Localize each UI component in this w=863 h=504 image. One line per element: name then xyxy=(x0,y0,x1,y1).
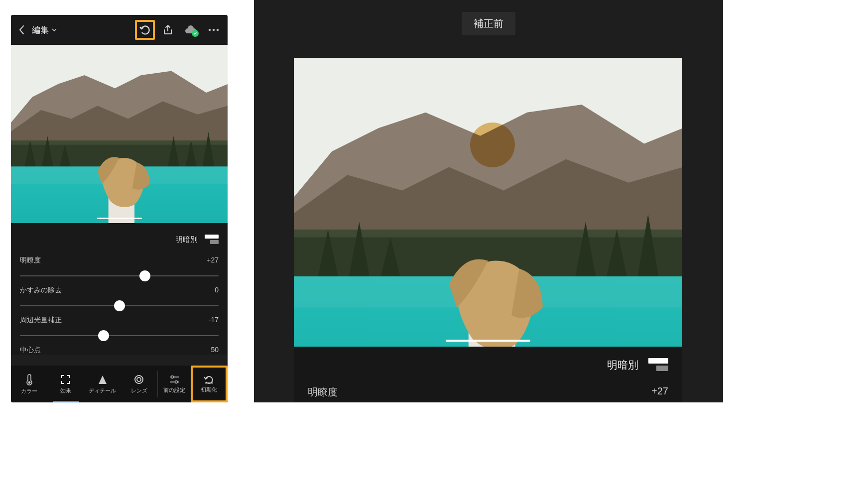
midpoint-value: 50 xyxy=(211,346,219,355)
triangle-icon xyxy=(98,374,108,385)
clarity-slider-row: 明瞭度 +27 xyxy=(20,256,219,282)
tab-color[interactable]: カラー xyxy=(11,366,47,402)
dehaze-slider-row: かすみの除去 0 xyxy=(20,286,219,312)
timeline-indicator xyxy=(446,340,530,342)
fullscreen-icon xyxy=(60,374,71,385)
photo-preview[interactable] xyxy=(11,45,228,223)
tab-effect[interactable]: 効果 xyxy=(47,366,84,402)
svg-point-19 xyxy=(213,29,215,31)
vignette-slider[interactable] xyxy=(20,330,219,342)
svg-point-23 xyxy=(137,378,141,381)
vignette-value: -17 xyxy=(209,316,219,325)
svg-point-25 xyxy=(175,380,177,383)
reset-icon xyxy=(203,375,215,384)
thermometer-icon xyxy=(24,374,34,385)
share-button[interactable] xyxy=(158,20,178,40)
svg-point-20 xyxy=(217,29,219,31)
split-tone-toggle-row: 明暗別 xyxy=(308,354,668,377)
mode-dropdown[interactable]: 編集 xyxy=(32,24,57,36)
effects-controls: 明暗別 明瞭度 +27 かすみの除去 0 xyxy=(11,223,228,355)
dehaze-value: 0 xyxy=(215,286,219,295)
clarity-slider[interactable] xyxy=(20,270,219,282)
tab-previous[interactable]: 前の設定 xyxy=(158,366,191,402)
clarity-value: +27 xyxy=(207,256,219,265)
before-controls: 明暗別 明瞭度 +27 xyxy=(294,347,682,402)
chevron-down-icon xyxy=(52,28,57,31)
dehaze-label: かすみの除去 xyxy=(20,286,62,295)
before-label-pill: 補正前 xyxy=(462,12,515,35)
undo-button[interactable] xyxy=(135,20,155,40)
cloud-sync-button[interactable] xyxy=(181,20,201,40)
cloud-check-badge xyxy=(192,30,199,37)
dehaze-slider[interactable] xyxy=(20,300,219,312)
split-tone-label: 明暗別 xyxy=(607,358,638,372)
split-tone-toggle-row: 明暗別 xyxy=(20,230,219,249)
touch-indicator xyxy=(470,123,515,167)
svg-point-18 xyxy=(209,29,211,31)
bottom-tab-bar: カラー 効果 ディテール レンズ 前の設定 初期化 xyxy=(11,366,228,402)
back-button[interactable] xyxy=(15,23,29,37)
split-tone-label: 明暗別 xyxy=(175,235,198,245)
vignette-label: 周辺光量補正 xyxy=(20,316,62,325)
split-tone-icon[interactable] xyxy=(205,235,219,245)
mode-label: 編集 xyxy=(32,24,49,36)
midpoint-slider-row: 中心点 50 xyxy=(20,346,219,355)
before-photo[interactable] xyxy=(294,58,682,347)
svg-point-21 xyxy=(28,381,30,383)
top-bar: 編集 xyxy=(11,15,228,45)
clarity-row: 明瞭度 +27 xyxy=(308,385,668,399)
svg-point-24 xyxy=(171,376,173,378)
before-preview-panel: 補正前 明暗別 明瞭度 +27 xyxy=(254,0,723,402)
tab-lens[interactable]: レンズ xyxy=(121,366,157,402)
vignette-slider-row: 周辺光量補正 -17 xyxy=(20,316,219,342)
clarity-label: 明瞭度 xyxy=(308,385,338,399)
clarity-value: +27 xyxy=(651,385,668,399)
tab-reset[interactable]: 初期化 xyxy=(191,366,228,402)
sliders-icon xyxy=(169,375,180,384)
split-tone-icon[interactable] xyxy=(648,358,668,372)
svg-point-22 xyxy=(135,376,143,383)
midpoint-label: 中心点 xyxy=(20,346,41,355)
more-button[interactable] xyxy=(204,20,224,40)
clarity-label: 明瞭度 xyxy=(20,256,41,265)
timeline-indicator xyxy=(97,218,142,219)
tab-detail[interactable]: ディテール xyxy=(84,366,121,402)
mobile-editor-panel: 編集 明暗別 明 xyxy=(11,15,228,402)
lens-icon xyxy=(133,374,144,385)
